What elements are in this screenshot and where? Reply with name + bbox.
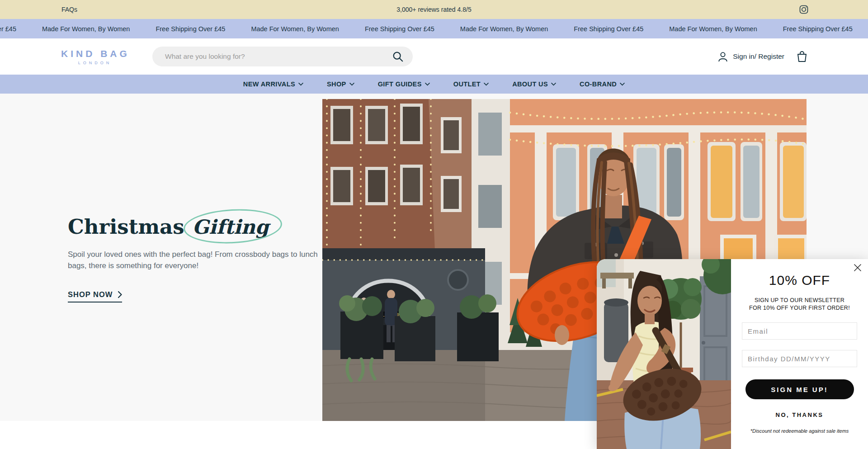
nav-label: CO-BRAND <box>580 80 617 88</box>
marquee-item: Free Shipping Over £45 <box>156 25 225 33</box>
popup-panel: 10% OFF SIGN UP TO OUR NEWSLETTER FOR 10… <box>731 259 868 449</box>
nav-item-shop[interactable]: SHOP <box>327 80 354 88</box>
marquee-item: Free Shipping Over £45 <box>365 25 434 33</box>
nav-item-about-us[interactable]: ABOUT US <box>512 80 556 88</box>
marquee-item: Made For Women, By Women <box>42 25 130 33</box>
reviews-text: 3,000+ reviews rated 4.8/5 <box>396 6 471 13</box>
search-bar[interactable] <box>152 47 413 66</box>
logo-text: KIND BAG <box>61 48 129 59</box>
chevron-down-icon <box>425 83 430 86</box>
nav-item-gift-guides[interactable]: GIFT GUIDES <box>378 80 430 88</box>
close-icon[interactable] <box>854 264 862 272</box>
shopping-bag-icon <box>795 49 809 64</box>
marquee-item: Made For Women, By Women <box>251 25 339 33</box>
popup-photo-art <box>597 259 731 449</box>
announcement-bar: FAQs 3,000+ reviews rated 4.8/5 <box>0 0 868 19</box>
chevron-down-icon <box>484 83 489 86</box>
popup-photo <box>597 259 731 449</box>
marquee-item: Free Shipping Over £45 <box>783 25 853 33</box>
hero-title-part2: Gifting <box>189 216 273 238</box>
chevron-down-icon <box>349 83 354 86</box>
site-header: KIND BAG LONDON Sign in/ Register <box>0 38 868 75</box>
search-icon[interactable] <box>392 51 404 62</box>
birthday-field[interactable] <box>742 350 857 367</box>
hero-description: Spoil your loved ones with the perfect b… <box>68 249 321 271</box>
signin-label: Sign in/ Register <box>733 52 784 61</box>
marquee-track: Free Shipping Over £45 Made For Women, B… <box>0 25 853 33</box>
email-field[interactable] <box>742 322 857 340</box>
nav-item-co-brand[interactable]: CO-BRAND <box>580 80 625 88</box>
nav-label: OUTLET <box>453 80 481 88</box>
hero-title: Christmas Gifting <box>68 215 326 239</box>
main-nav: NEW ARRIVALS SHOP GIFT GUIDES OUTLET ABO… <box>0 75 868 94</box>
popup-fine-print: *Discount not redeemable against sale it… <box>750 428 849 434</box>
popup-subheadline: SIGN UP TO OUR NEWSLETTER FOR 10% OFF YO… <box>749 297 850 312</box>
search-input[interactable] <box>152 52 392 61</box>
hero-title-part1: Christmas <box>68 215 184 239</box>
marquee-item: Made For Women, By Women <box>460 25 548 33</box>
shop-now-link[interactable]: SHOP NOW <box>68 290 122 302</box>
nav-label: SHOP <box>327 80 346 88</box>
chevron-down-icon <box>551 83 556 86</box>
faq-link[interactable]: FAQs <box>61 6 77 13</box>
marquee-bar: Free Shipping Over £45 Made For Women, B… <box>0 19 868 38</box>
nav-label: GIFT GUIDES <box>378 80 422 88</box>
marquee-item: Free Shipping Over £45 <box>0 25 16 33</box>
popup-subline1: SIGN UP TO OUR NEWSLETTER <box>749 297 850 304</box>
chevron-down-icon <box>298 83 303 86</box>
no-thanks-button[interactable]: NO, THANKS <box>776 411 824 418</box>
hero-copy: Christmas Gifting Spoil your loved ones … <box>68 215 326 302</box>
popup-headline: 10% OFF <box>769 273 830 288</box>
nav-label: NEW ARRIVALS <box>243 80 295 88</box>
marquee-item: Made For Women, By Women <box>669 25 757 33</box>
nav-label: ABOUT US <box>512 80 548 88</box>
person-icon <box>717 51 729 62</box>
chevron-down-icon <box>620 83 625 86</box>
instagram-icon[interactable] <box>799 5 808 14</box>
chevron-right-icon <box>118 291 122 298</box>
logo-subtext: LONDON <box>61 61 129 65</box>
nav-item-outlet[interactable]: OUTLET <box>453 80 489 88</box>
signin-register-button[interactable]: Sign in/ Register <box>717 51 784 62</box>
brand-logo[interactable]: KIND BAG LONDON <box>61 48 129 65</box>
marquee-item: Free Shipping Over £45 <box>574 25 643 33</box>
sign-me-up-button[interactable]: SIGN ME UP! <box>745 379 854 399</box>
cart-button[interactable] <box>795 49 809 64</box>
shop-now-label: SHOP NOW <box>68 290 113 299</box>
nav-item-new-arrivals[interactable]: NEW ARRIVALS <box>243 80 303 88</box>
popup-subline2: FOR 10% OFF YOUR FIRST ORDER! <box>749 304 850 312</box>
newsletter-popup: 10% OFF SIGN UP TO OUR NEWSLETTER FOR 10… <box>597 259 868 449</box>
hero-title-part2-text: Gifting <box>193 216 269 238</box>
